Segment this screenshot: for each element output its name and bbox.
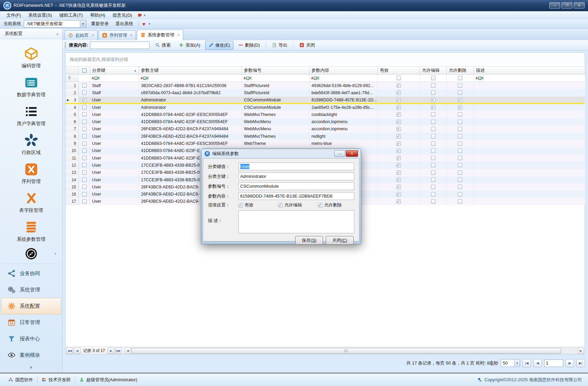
system-select[interactable]: .NET敏捷开发框架 ▼ — [24, 20, 86, 28]
sidebar-item-table-field[interactable]: 表字段管理 — [0, 188, 62, 217]
cell-checkbox[interactable] — [396, 83, 401, 88]
column-header-valid[interactable]: 有效 — [378, 66, 420, 74]
close-button[interactable]: ✕ — [574, 2, 585, 9]
table-row[interactable]: 6User41DD6B83-0784-4A8C-823F-EE5C300554E… — [66, 118, 585, 125]
favorite-heart-icon[interactable]: ♥ — [142, 21, 145, 27]
last-record-button[interactable]: ▶▶ — [115, 348, 122, 354]
row-checkbox[interactable] — [82, 156, 87, 160]
cell-checkbox[interactable] — [431, 192, 435, 197]
bool-filter-checkbox[interactable] — [458, 76, 462, 80]
cell-checkbox[interactable] — [458, 134, 462, 138]
filter-cell-allow_delete[interactable] — [447, 74, 474, 82]
row-checkbox[interactable] — [82, 185, 87, 189]
row-select-cell[interactable] — [79, 89, 90, 96]
row-select-cell[interactable] — [79, 198, 90, 205]
cell-checkbox[interactable] — [458, 185, 462, 189]
row-checkbox[interactable] — [82, 149, 87, 153]
filter-cell-select[interactable] — [79, 74, 90, 82]
cell-checkbox[interactable] — [396, 98, 401, 102]
first-page-button[interactable]: |◀ — [522, 359, 531, 367]
page-number-input[interactable] — [544, 359, 563, 367]
row-select-cell[interactable] — [79, 97, 90, 104]
column-header-param_code[interactable]: 参数编号 — [242, 66, 309, 74]
horizontal-scrollbar[interactable]: ◀ ▶ — [125, 348, 584, 354]
tab-doc-1[interactable]: 序列管理× — [99, 30, 136, 40]
row-select-cell[interactable] — [79, 169, 90, 176]
row-select-cell[interactable] — [79, 190, 90, 198]
column-header-category[interactable]: 分类键▲ — [90, 66, 139, 74]
row-checkbox[interactable] — [82, 90, 87, 95]
column-header-param_key[interactable]: 参数主键 — [139, 66, 242, 74]
logout-button[interactable]: 退出系统 — [113, 20, 135, 28]
dialog-close-button[interactable]: ✕ — [346, 150, 358, 157]
add-button[interactable]: 添加(A) — [175, 41, 203, 50]
option-checkbox[interactable] — [278, 203, 283, 207]
group-by-panel[interactable]: 拖动列标题至此,根据该列分组 — [66, 53, 585, 66]
tab-home[interactable]: 起始页× — [65, 30, 97, 40]
param-content-input[interactable]: 61586DDD-7489-457E-B13E-1DB8AEEF7BD8 — [238, 192, 354, 200]
status-item-org[interactable]: 国思软件 — [4, 377, 37, 383]
cell-checkbox[interactable] — [396, 192, 401, 197]
cell-checkbox[interactable] — [396, 149, 401, 153]
export-button[interactable]: 导出 — [268, 41, 291, 50]
cell-checkbox[interactable] — [396, 90, 401, 95]
cell-checkbox[interactable] — [396, 156, 401, 160]
cell-checkbox[interactable] — [396, 170, 401, 175]
status-item-user[interactable]: 超级管理员(Administrator) — [75, 377, 141, 383]
filter-cell-desc[interactable]: ABC — [474, 74, 585, 82]
close-button[interactable]: 关闭 — [296, 41, 318, 50]
menu-item-3[interactable]: 帮助(H) — [87, 12, 109, 19]
sidebar-item-compass[interactable]: ▼ — [0, 246, 62, 262]
cell-checkbox[interactable] — [431, 199, 435, 204]
column-header-allow_edit[interactable]: 允许编辑 — [420, 66, 447, 74]
category-primary-key-input[interactable]: Administrator — [238, 172, 354, 180]
next-record-button[interactable]: ▶ — [108, 348, 114, 354]
edit-button[interactable]: 修改(E) — [205, 41, 233, 50]
remove-button[interactable]: 删除(D) — [235, 41, 263, 50]
cell-checkbox[interactable] — [458, 98, 462, 102]
dialog-minimize-button[interactable]: ─ — [334, 150, 345, 157]
row-select-cell[interactable] — [79, 133, 90, 140]
page-size-select[interactable]: 50 ▼ — [501, 359, 520, 367]
row-checkbox[interactable] — [82, 120, 87, 124]
cell-checkbox[interactable] — [458, 90, 462, 95]
cell-checkbox[interactable] — [431, 141, 435, 146]
bool-filter-checkbox[interactable] — [396, 76, 401, 80]
status-item-dept[interactable]: 技术开发部 — [37, 377, 75, 383]
row-checkbox[interactable] — [82, 163, 87, 167]
column-header-desc[interactable]: 描述 — [474, 66, 585, 74]
cell-checkbox[interactable] — [396, 199, 401, 204]
cell-checkbox[interactable] — [431, 112, 435, 117]
scrollbar-track[interactable] — [131, 348, 578, 354]
row-select-cell[interactable] — [79, 147, 90, 154]
chevron-down-icon[interactable]: ▼ — [54, 252, 57, 255]
search-button[interactable]: 搜索 — [152, 41, 174, 50]
menu-item-1[interactable]: 系统设置(S) — [25, 12, 56, 19]
filter-cell-param_code[interactable]: ABC — [242, 74, 309, 82]
cell-checkbox[interactable] — [458, 163, 462, 167]
cell-checkbox[interactable] — [431, 163, 435, 167]
cell-checkbox[interactable] — [458, 192, 462, 197]
cell-checkbox[interactable] — [431, 105, 435, 110]
cell-checkbox[interactable] — [396, 185, 401, 189]
description-textarea[interactable] — [238, 210, 354, 233]
relogin-button[interactable]: 重新登录 — [89, 20, 111, 28]
row-checkbox[interactable] — [82, 112, 87, 117]
row-select-cell[interactable] — [79, 140, 90, 147]
row-select-cell[interactable] — [79, 183, 90, 190]
tab-close-icon[interactable]: × — [130, 33, 132, 38]
option-checkbox[interactable] — [238, 203, 243, 207]
menu-item-4[interactable]: 提意见(D) — [109, 12, 136, 19]
scrollbar-thumb[interactable] — [131, 348, 561, 354]
maximize-button[interactable]: ❐ — [562, 2, 572, 9]
row-select-cell[interactable] — [79, 111, 90, 118]
cell-checkbox[interactable] — [396, 163, 401, 167]
tab-close-icon[interactable]: × — [177, 33, 180, 37]
sidebar-nav-share[interactable]: 业务协同 — [1, 265, 61, 282]
cell-checkbox[interactable] — [458, 112, 462, 117]
column-header-allow_delete[interactable]: 允许删除 — [447, 66, 474, 74]
prev-record-button[interactable]: ◀ — [74, 348, 81, 354]
sidebar-nav-eye[interactable]: 案例模块 — [1, 347, 61, 363]
sidebar-item-cube[interactable]: 编码管理 — [0, 43, 62, 72]
sidebar-nav-config-burst[interactable]: 系统配置 — [1, 298, 61, 314]
